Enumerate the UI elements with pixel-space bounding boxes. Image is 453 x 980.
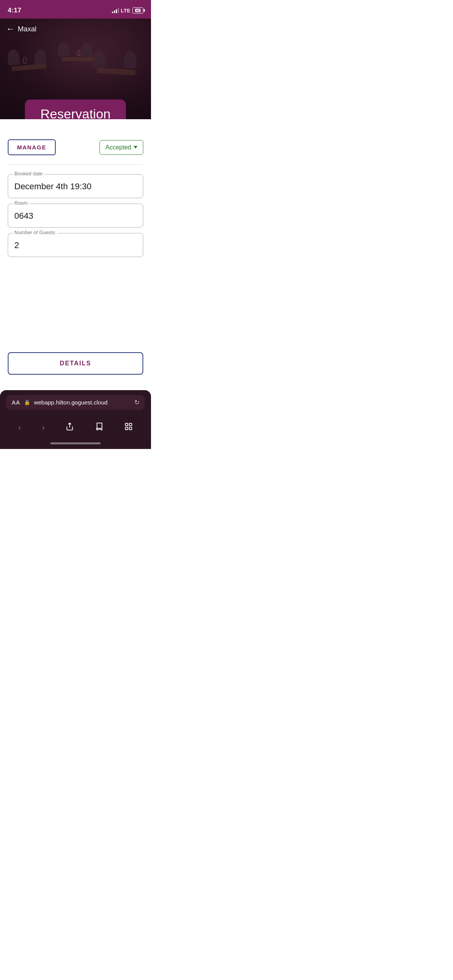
- back-nav-button[interactable]: ‹: [15, 420, 24, 436]
- share-button[interactable]: [62, 419, 77, 436]
- booked-date-value: December 4th 19:30: [14, 182, 91, 191]
- svg-rect-4: [129, 427, 132, 430]
- accepted-dropdown[interactable]: Accepted: [100, 140, 143, 155]
- aa-label[interactable]: AA: [12, 399, 20, 406]
- svg-rect-2: [129, 423, 132, 426]
- status-time: 4:17: [8, 7, 21, 14]
- home-indicator: [0, 439, 151, 449]
- status-bar: 4:17 LTE 43: [0, 0, 151, 19]
- hero-image: ← Maxal Reservation: [0, 19, 151, 119]
- signal-icon: [112, 8, 119, 13]
- back-arrow-icon: ←: [6, 24, 15, 34]
- browser-nav: ‹ ›: [0, 415, 151, 439]
- manage-button[interactable]: MANAGE: [8, 139, 56, 155]
- content-spacer: [8, 262, 143, 332]
- back-label: Maxal: [18, 25, 36, 33]
- booked-date-field: Booked date December 4th 19:30: [8, 174, 143, 198]
- back-button[interactable]: ← Maxal: [6, 24, 36, 34]
- room-value: 0643: [14, 211, 33, 221]
- reservation-badge: Reservation: [25, 99, 126, 119]
- divider: [8, 164, 143, 165]
- forward-nav-button[interactable]: ›: [39, 420, 48, 436]
- lock-icon: 🔒: [24, 399, 30, 405]
- home-bar: [50, 442, 101, 444]
- accepted-label: Accepted: [105, 144, 131, 151]
- booked-date-label: Booked date: [13, 171, 44, 176]
- browser-bar: AA 🔒 webapp.hilton.goguest.cloud ↻: [0, 390, 151, 415]
- lte-label: LTE: [121, 8, 130, 14]
- bookmarks-button[interactable]: [92, 419, 106, 436]
- details-button[interactable]: DETAILS: [8, 352, 143, 375]
- reload-icon[interactable]: ↻: [134, 399, 139, 406]
- guests-label: Number of Guests: [13, 230, 57, 235]
- main-content: MANAGE Accepted Booked date December 4th…: [0, 119, 151, 340]
- action-row: MANAGE Accepted: [8, 139, 143, 155]
- room-label: Room: [13, 200, 29, 206]
- svg-rect-1: [125, 423, 128, 426]
- dropdown-arrow-icon: [134, 146, 137, 149]
- status-icons: LTE 43: [112, 7, 143, 14]
- guests-value: 2: [14, 240, 19, 250]
- tabs-button[interactable]: [121, 419, 136, 436]
- svg-rect-3: [125, 427, 128, 430]
- battery-icon: 43: [132, 7, 143, 14]
- url-text: webapp.hilton.goguest.cloud: [34, 399, 130, 406]
- room-field: Room 0643: [8, 204, 143, 228]
- guests-field: Number of Guests 2: [8, 233, 143, 257]
- browser-url-row[interactable]: AA 🔒 webapp.hilton.goguest.cloud ↻: [6, 395, 145, 410]
